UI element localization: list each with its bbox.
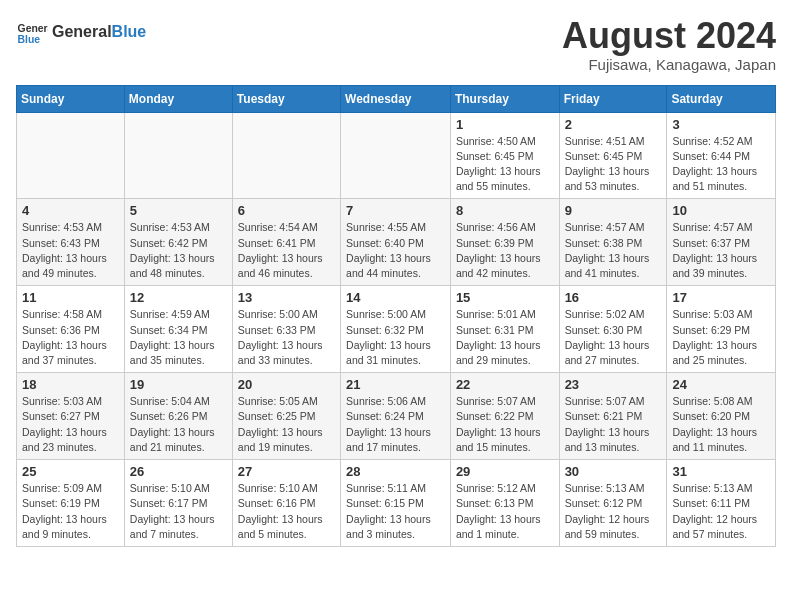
day-number: 6 [238, 203, 335, 218]
logo: General Blue GeneralBlue [16, 16, 146, 48]
calendar-cell: 25Sunrise: 5:09 AM Sunset: 6:19 PM Dayli… [17, 460, 125, 547]
day-info: Sunrise: 5:01 AM Sunset: 6:31 PM Dayligh… [456, 307, 554, 368]
calendar-week-row: 4Sunrise: 4:53 AM Sunset: 6:43 PM Daylig… [17, 199, 776, 286]
day-number: 10 [672, 203, 770, 218]
calendar-cell: 4Sunrise: 4:53 AM Sunset: 6:43 PM Daylig… [17, 199, 125, 286]
day-info: Sunrise: 5:08 AM Sunset: 6:20 PM Dayligh… [672, 394, 770, 455]
calendar-cell [341, 112, 451, 199]
calendar-cell: 30Sunrise: 5:13 AM Sunset: 6:12 PM Dayli… [559, 460, 667, 547]
calendar-cell: 21Sunrise: 5:06 AM Sunset: 6:24 PM Dayli… [341, 373, 451, 460]
calendar-week-row: 25Sunrise: 5:09 AM Sunset: 6:19 PM Dayli… [17, 460, 776, 547]
day-number: 29 [456, 464, 554, 479]
calendar-cell: 3Sunrise: 4:52 AM Sunset: 6:44 PM Daylig… [667, 112, 776, 199]
day-number: 9 [565, 203, 662, 218]
day-info: Sunrise: 5:12 AM Sunset: 6:13 PM Dayligh… [456, 481, 554, 542]
calendar-cell: 2Sunrise: 4:51 AM Sunset: 6:45 PM Daylig… [559, 112, 667, 199]
day-number: 12 [130, 290, 227, 305]
day-number: 30 [565, 464, 662, 479]
calendar-week-row: 1Sunrise: 4:50 AM Sunset: 6:45 PM Daylig… [17, 112, 776, 199]
day-info: Sunrise: 4:58 AM Sunset: 6:36 PM Dayligh… [22, 307, 119, 368]
page-header: General Blue GeneralBlue August 2024 Fuj… [16, 16, 776, 73]
day-number: 18 [22, 377, 119, 392]
header-monday: Monday [124, 85, 232, 112]
day-info: Sunrise: 5:10 AM Sunset: 6:17 PM Dayligh… [130, 481, 227, 542]
day-number: 24 [672, 377, 770, 392]
day-info: Sunrise: 4:55 AM Sunset: 6:40 PM Dayligh… [346, 220, 445, 281]
calendar-cell: 8Sunrise: 4:56 AM Sunset: 6:39 PM Daylig… [450, 199, 559, 286]
day-number: 22 [456, 377, 554, 392]
day-info: Sunrise: 4:57 AM Sunset: 6:38 PM Dayligh… [565, 220, 662, 281]
day-number: 27 [238, 464, 335, 479]
day-number: 14 [346, 290, 445, 305]
location-subtitle: Fujisawa, Kanagawa, Japan [562, 56, 776, 73]
day-number: 31 [672, 464, 770, 479]
day-info: Sunrise: 5:02 AM Sunset: 6:30 PM Dayligh… [565, 307, 662, 368]
header-wednesday: Wednesday [341, 85, 451, 112]
day-info: Sunrise: 5:03 AM Sunset: 6:27 PM Dayligh… [22, 394, 119, 455]
day-info: Sunrise: 4:51 AM Sunset: 6:45 PM Dayligh… [565, 134, 662, 195]
day-info: Sunrise: 5:05 AM Sunset: 6:25 PM Dayligh… [238, 394, 335, 455]
calendar-cell: 10Sunrise: 4:57 AM Sunset: 6:37 PM Dayli… [667, 199, 776, 286]
calendar-cell: 17Sunrise: 5:03 AM Sunset: 6:29 PM Dayli… [667, 286, 776, 373]
day-number: 21 [346, 377, 445, 392]
logo-general-text: General [52, 23, 112, 40]
day-number: 15 [456, 290, 554, 305]
day-number: 20 [238, 377, 335, 392]
calendar-cell: 19Sunrise: 5:04 AM Sunset: 6:26 PM Dayli… [124, 373, 232, 460]
day-number: 3 [672, 117, 770, 132]
calendar-cell: 14Sunrise: 5:00 AM Sunset: 6:32 PM Dayli… [341, 286, 451, 373]
day-number: 28 [346, 464, 445, 479]
day-info: Sunrise: 5:04 AM Sunset: 6:26 PM Dayligh… [130, 394, 227, 455]
header-tuesday: Tuesday [232, 85, 340, 112]
day-info: Sunrise: 5:11 AM Sunset: 6:15 PM Dayligh… [346, 481, 445, 542]
day-number: 25 [22, 464, 119, 479]
calendar-cell: 11Sunrise: 4:58 AM Sunset: 6:36 PM Dayli… [17, 286, 125, 373]
calendar-header-row: SundayMondayTuesdayWednesdayThursdayFrid… [17, 85, 776, 112]
svg-text:General: General [18, 23, 48, 34]
calendar-cell: 26Sunrise: 5:10 AM Sunset: 6:17 PM Dayli… [124, 460, 232, 547]
calendar-cell: 6Sunrise: 4:54 AM Sunset: 6:41 PM Daylig… [232, 199, 340, 286]
day-info: Sunrise: 4:52 AM Sunset: 6:44 PM Dayligh… [672, 134, 770, 195]
day-number: 7 [346, 203, 445, 218]
header-friday: Friday [559, 85, 667, 112]
logo-icon: General Blue [16, 16, 48, 48]
day-info: Sunrise: 5:03 AM Sunset: 6:29 PM Dayligh… [672, 307, 770, 368]
svg-text:Blue: Blue [18, 34, 41, 45]
month-year-title: August 2024 [562, 16, 776, 56]
header-thursday: Thursday [450, 85, 559, 112]
day-number: 26 [130, 464, 227, 479]
day-info: Sunrise: 4:57 AM Sunset: 6:37 PM Dayligh… [672, 220, 770, 281]
calendar-cell: 12Sunrise: 4:59 AM Sunset: 6:34 PM Dayli… [124, 286, 232, 373]
calendar-cell: 16Sunrise: 5:02 AM Sunset: 6:30 PM Dayli… [559, 286, 667, 373]
calendar-cell [232, 112, 340, 199]
calendar-week-row: 11Sunrise: 4:58 AM Sunset: 6:36 PM Dayli… [17, 286, 776, 373]
calendar-cell [17, 112, 125, 199]
calendar-cell: 5Sunrise: 4:53 AM Sunset: 6:42 PM Daylig… [124, 199, 232, 286]
day-number: 17 [672, 290, 770, 305]
day-number: 2 [565, 117, 662, 132]
header-saturday: Saturday [667, 85, 776, 112]
calendar-cell: 28Sunrise: 5:11 AM Sunset: 6:15 PM Dayli… [341, 460, 451, 547]
calendar-cell: 13Sunrise: 5:00 AM Sunset: 6:33 PM Dayli… [232, 286, 340, 373]
calendar-cell [124, 112, 232, 199]
day-number: 19 [130, 377, 227, 392]
logo-blue-text: Blue [112, 23, 147, 40]
title-block: August 2024 Fujisawa, Kanagawa, Japan [562, 16, 776, 73]
calendar-cell: 18Sunrise: 5:03 AM Sunset: 6:27 PM Dayli… [17, 373, 125, 460]
day-info: Sunrise: 5:10 AM Sunset: 6:16 PM Dayligh… [238, 481, 335, 542]
day-number: 11 [22, 290, 119, 305]
day-number: 1 [456, 117, 554, 132]
day-info: Sunrise: 5:00 AM Sunset: 6:32 PM Dayligh… [346, 307, 445, 368]
day-number: 23 [565, 377, 662, 392]
day-info: Sunrise: 4:53 AM Sunset: 6:42 PM Dayligh… [130, 220, 227, 281]
header-sunday: Sunday [17, 85, 125, 112]
calendar-cell: 22Sunrise: 5:07 AM Sunset: 6:22 PM Dayli… [450, 373, 559, 460]
day-info: Sunrise: 5:06 AM Sunset: 6:24 PM Dayligh… [346, 394, 445, 455]
calendar-table: SundayMondayTuesdayWednesdayThursdayFrid… [16, 85, 776, 547]
day-info: Sunrise: 5:07 AM Sunset: 6:21 PM Dayligh… [565, 394, 662, 455]
calendar-cell: 15Sunrise: 5:01 AM Sunset: 6:31 PM Dayli… [450, 286, 559, 373]
calendar-cell: 7Sunrise: 4:55 AM Sunset: 6:40 PM Daylig… [341, 199, 451, 286]
day-info: Sunrise: 4:54 AM Sunset: 6:41 PM Dayligh… [238, 220, 335, 281]
day-info: Sunrise: 5:07 AM Sunset: 6:22 PM Dayligh… [456, 394, 554, 455]
day-number: 4 [22, 203, 119, 218]
